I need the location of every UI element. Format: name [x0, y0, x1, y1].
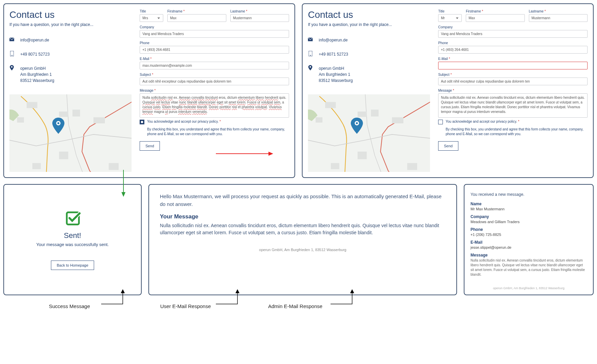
pin-icon [9, 65, 14, 70]
admin-message-label: Message [471, 253, 587, 257]
admin-top: You received a new message. [471, 192, 587, 197]
envelope-icon [9, 37, 14, 42]
admin-email-footer: operun GmbH, Am Burgfrieden 1, 83512 Was… [469, 286, 588, 290]
svg-rect-6 [17, 117, 24, 123]
message-textarea[interactable]: Nulla sollicitudin nisl ex. Aenean conva… [140, 93, 289, 118]
map-background [308, 94, 430, 172]
label-firstname: Firstname * [167, 9, 226, 13]
svg-point-29 [356, 122, 358, 124]
user-email-panel: Hello Max Mustermann, we will process yo… [148, 184, 457, 295]
firstname-input[interactable] [466, 14, 524, 22]
map[interactable] [9, 94, 132, 172]
info-email: info@operun.de [9, 37, 132, 43]
svg-rect-27 [358, 152, 367, 159]
label-title: Title [140, 9, 163, 13]
svg-rect-5 [27, 102, 37, 108]
admin-email-label: E-Mail [471, 240, 587, 245]
svg-point-3 [11, 66, 12, 67]
svg-rect-17 [310, 55, 311, 56]
privacy-checkbox[interactable] [140, 120, 144, 124]
label-phone: Phone [140, 41, 289, 45]
user-email-body: Nulla sollicitudin nisl ex. Aenean conva… [160, 222, 446, 236]
svg-rect-7 [59, 112, 68, 117]
subject-input[interactable] [438, 78, 588, 85]
svg-rect-25 [407, 163, 417, 170]
svg-rect-11 [32, 163, 41, 169]
svg-point-18 [310, 66, 311, 67]
send-button[interactable]: Send [438, 141, 458, 151]
subtitle: If you have a question, your in the righ… [9, 22, 132, 27]
label-lastname: Lastname * [230, 9, 289, 13]
user-email-heading: Your Message [160, 213, 446, 220]
message-textarea[interactable]: Nulla sollicitudin nisl ex. Aenean conva… [438, 93, 588, 118]
info-address: operun GmbH Am Burgfrieden 1 83512 Wasse… [308, 65, 430, 84]
admin-name: Mr Max Mustermann [471, 207, 587, 211]
info-address-text: operun GmbH Am Burgfrieden 1 83512 Wasse… [20, 65, 54, 84]
back-home-button[interactable]: Back to Homepage [51, 261, 94, 270]
admin-email-panel: You received a new message. Name Mr Max … [464, 184, 594, 295]
info-address: operun GmbH Am Burgfrieden 1 83512 Wasse… [9, 65, 132, 84]
title-select[interactable]: Mrs [140, 14, 163, 22]
left-column: Contact us If you have a question, your … [308, 9, 430, 172]
svg-rect-24 [392, 117, 403, 123]
label-message: Message * [140, 89, 289, 92]
email-input-error[interactable] [438, 62, 588, 69]
send-button[interactable]: Send [140, 141, 160, 151]
success-panel: Sent! Your message was successfully sent… [3, 184, 142, 295]
lastname-input[interactable] [230, 14, 289, 22]
arrow-up-icon [101, 289, 128, 306]
svg-point-14 [57, 122, 59, 124]
arrow-red-icon [216, 150, 273, 157]
pin-icon [308, 65, 313, 70]
caption-user: User E-Mail Response [160, 303, 211, 309]
phone-icon [9, 51, 14, 56]
svg-rect-22 [358, 112, 367, 117]
company-input[interactable] [438, 30, 588, 38]
phone-input[interactable] [140, 46, 289, 54]
privacy-checkbox-row[interactable]: You acknowledge and accept our privacy p… [438, 120, 588, 124]
info-phone: +49 8071 52723 [9, 51, 132, 57]
label-subject: Subject * [140, 73, 289, 77]
envelope-icon [308, 37, 313, 42]
user-email-greeting: Hello Max Mustermann, we will process yo… [160, 193, 446, 208]
firstname-input[interactable] [167, 14, 226, 22]
title-select[interactable]: Mr [438, 14, 462, 22]
svg-marker-35 [235, 289, 239, 293]
arrow-up-icon [331, 289, 358, 306]
page-title: Contact us [308, 9, 430, 20]
subject-input[interactable] [140, 78, 289, 85]
map-marker-icon [52, 118, 64, 134]
svg-marker-31 [268, 152, 273, 156]
subtitle: If you have a question, your in the righ… [308, 22, 430, 27]
svg-rect-20 [325, 102, 336, 108]
info-email: info@operun.de [308, 37, 430, 43]
check-circle-icon [64, 210, 81, 226]
caption-admin: Admin E-Mail Response [268, 303, 322, 309]
privacy-checkbox-row[interactable]: You acknowledge and accept our privacy p… [140, 120, 289, 124]
form-fields: Title Mr Firstname * Lastname * Company … [438, 9, 588, 172]
form-fields: Title Mrs Firstname * Lastname * Company… [140, 9, 289, 172]
svg-rect-2 [11, 55, 12, 56]
left-column: Contact us If you have a question, your … [9, 9, 132, 172]
lastname-input[interactable] [529, 14, 588, 22]
admin-company: Meadows and Gilliam Traders [471, 220, 587, 224]
privacy-checkbox[interactable] [438, 120, 443, 124]
company-input[interactable] [140, 30, 289, 38]
map[interactable] [308, 94, 430, 172]
arrow-green-icon [120, 170, 127, 197]
info-email-text: info@operun.de [20, 37, 49, 43]
svg-rect-26 [331, 163, 339, 169]
top-row: Contact us If you have a question, your … [3, 3, 594, 178]
sent-text: Your message was successfully sent. [36, 242, 109, 247]
captions-row: Success Message User E-Mail Response Adm… [3, 296, 594, 316]
email-input[interactable] [140, 62, 289, 69]
info-phone-text: +49 8071 52723 [20, 51, 50, 57]
svg-rect-10 [109, 163, 118, 170]
sent-title: Sent! [64, 231, 81, 240]
svg-marker-33 [121, 192, 125, 197]
info-phone: +49 8071 52723 [308, 51, 430, 57]
bottom-row: Sent! Your message was successfully sent… [3, 184, 594, 295]
admin-name-label: Name [471, 202, 587, 206]
svg-rect-9 [93, 117, 105, 123]
phone-input[interactable] [438, 46, 588, 54]
